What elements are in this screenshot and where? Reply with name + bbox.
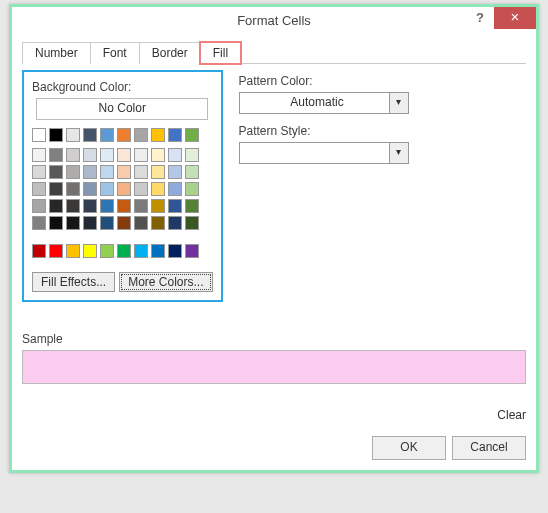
- color-swatch[interactable]: [83, 148, 97, 162]
- color-swatch[interactable]: [32, 148, 46, 162]
- color-swatch[interactable]: [168, 199, 182, 213]
- color-swatch[interactable]: [100, 128, 114, 142]
- color-swatch[interactable]: [151, 128, 165, 142]
- dialog-body: Number Font Border Fill Background Color…: [12, 33, 536, 470]
- color-swatch[interactable]: [185, 199, 199, 213]
- color-swatch[interactable]: [151, 165, 165, 179]
- tab-number[interactable]: Number: [22, 42, 91, 64]
- color-swatch[interactable]: [168, 216, 182, 230]
- color-swatch[interactable]: [134, 128, 148, 142]
- color-swatch[interactable]: [66, 216, 80, 230]
- dialog-footer: OK Cancel: [22, 436, 526, 460]
- color-swatch[interactable]: [49, 182, 63, 196]
- color-swatch[interactable]: [66, 148, 80, 162]
- color-swatch[interactable]: [134, 216, 148, 230]
- color-swatch[interactable]: [83, 216, 97, 230]
- color-swatch[interactable]: [32, 199, 46, 213]
- fill-effects-button[interactable]: Fill Effects...: [32, 272, 115, 292]
- color-swatch[interactable]: [117, 182, 131, 196]
- pattern-style-dropdown[interactable]: ▾: [239, 142, 409, 164]
- color-swatch[interactable]: [49, 216, 63, 230]
- color-swatch[interactable]: [134, 244, 148, 258]
- color-swatch[interactable]: [100, 199, 114, 213]
- color-swatch[interactable]: [49, 128, 63, 142]
- chevron-down-icon[interactable]: ▾: [390, 142, 409, 164]
- cancel-button[interactable]: Cancel: [452, 436, 526, 460]
- theme-color-grid: [32, 148, 213, 230]
- color-swatch[interactable]: [151, 182, 165, 196]
- color-swatch[interactable]: [117, 128, 131, 142]
- standard-color-row: [32, 244, 213, 258]
- color-swatch[interactable]: [32, 128, 46, 142]
- color-swatch[interactable]: [151, 199, 165, 213]
- color-swatch[interactable]: [168, 182, 182, 196]
- color-swatch[interactable]: [100, 244, 114, 258]
- ok-button[interactable]: OK: [372, 436, 446, 460]
- color-swatch[interactable]: [117, 165, 131, 179]
- color-swatch[interactable]: [100, 165, 114, 179]
- tab-fill[interactable]: Fill: [200, 42, 241, 64]
- color-swatch[interactable]: [49, 199, 63, 213]
- color-swatch[interactable]: [168, 128, 182, 142]
- color-swatch[interactable]: [117, 199, 131, 213]
- color-swatch[interactable]: [83, 165, 97, 179]
- tab-border[interactable]: Border: [139, 42, 201, 64]
- color-swatch[interactable]: [66, 199, 80, 213]
- color-swatch[interactable]: [32, 216, 46, 230]
- color-swatch[interactable]: [134, 148, 148, 162]
- theme-accent-row: [32, 128, 213, 142]
- color-swatch[interactable]: [100, 216, 114, 230]
- color-swatch[interactable]: [134, 182, 148, 196]
- color-swatch[interactable]: [185, 244, 199, 258]
- color-swatch[interactable]: [49, 165, 63, 179]
- color-swatch[interactable]: [151, 148, 165, 162]
- pattern-style-label: Pattern Style:: [239, 124, 523, 138]
- pattern-color-dropdown[interactable]: Automatic ▾: [239, 92, 409, 114]
- color-swatch[interactable]: [134, 199, 148, 213]
- color-swatch[interactable]: [66, 165, 80, 179]
- sample-label: Sample: [22, 332, 526, 346]
- format-cells-dialog: Format Cells ? × Number Font Border Fill…: [9, 4, 539, 473]
- color-swatch[interactable]: [117, 148, 131, 162]
- close-button[interactable]: ×: [494, 7, 536, 29]
- color-swatch[interactable]: [100, 182, 114, 196]
- color-swatch[interactable]: [66, 128, 80, 142]
- tab-font[interactable]: Font: [90, 42, 140, 64]
- color-swatch[interactable]: [100, 148, 114, 162]
- color-swatch[interactable]: [134, 165, 148, 179]
- clear-button[interactable]: Clear: [497, 408, 526, 422]
- color-swatch[interactable]: [168, 148, 182, 162]
- color-swatch[interactable]: [83, 182, 97, 196]
- color-swatch[interactable]: [185, 165, 199, 179]
- color-swatch[interactable]: [66, 182, 80, 196]
- color-swatch[interactable]: [117, 244, 131, 258]
- background-color-label: Background Color:: [32, 80, 213, 94]
- color-swatch[interactable]: [185, 128, 199, 142]
- color-swatch[interactable]: [32, 165, 46, 179]
- color-swatch[interactable]: [117, 216, 131, 230]
- more-colors-button[interactable]: More Colors...: [119, 272, 212, 292]
- color-swatch[interactable]: [66, 244, 80, 258]
- color-swatch[interactable]: [49, 148, 63, 162]
- chevron-down-icon[interactable]: ▾: [390, 92, 409, 114]
- color-swatch[interactable]: [151, 244, 165, 258]
- color-swatch[interactable]: [32, 244, 46, 258]
- color-swatch[interactable]: [32, 182, 46, 196]
- color-swatch[interactable]: [49, 244, 63, 258]
- help-button[interactable]: ?: [466, 7, 494, 29]
- color-swatch[interactable]: [83, 128, 97, 142]
- color-swatch[interactable]: [168, 165, 182, 179]
- color-swatch[interactable]: [83, 199, 97, 213]
- background-color-section: Background Color: No Color Fill Effects.…: [26, 74, 219, 298]
- sample-preview: [22, 350, 526, 384]
- color-swatch[interactable]: [185, 182, 199, 196]
- color-swatch[interactable]: [168, 244, 182, 258]
- pattern-style-value: [239, 142, 390, 164]
- pattern-section: Pattern Color: Automatic ▾ Pattern Style…: [239, 74, 523, 298]
- color-swatch[interactable]: [83, 244, 97, 258]
- no-color-button[interactable]: No Color: [36, 98, 208, 120]
- color-swatch[interactable]: [185, 148, 199, 162]
- color-swatch[interactable]: [185, 216, 199, 230]
- dialog-title: Format Cells: [237, 13, 311, 28]
- color-swatch[interactable]: [151, 216, 165, 230]
